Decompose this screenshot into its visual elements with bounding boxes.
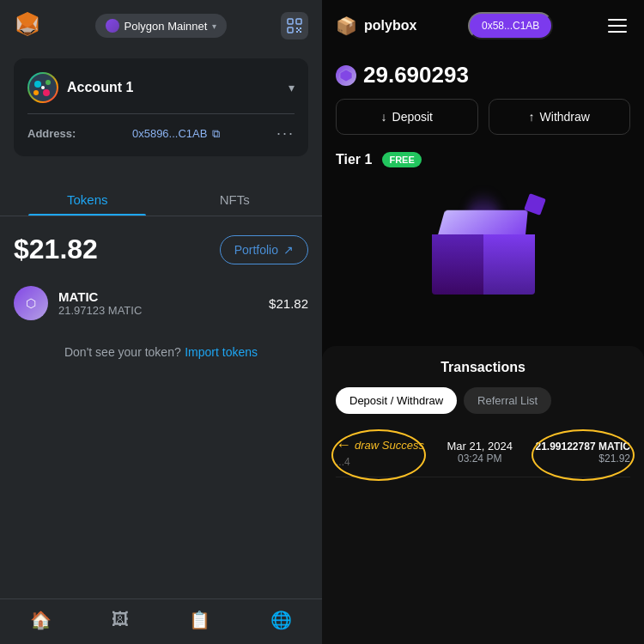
tx-status: draw Success (355, 439, 424, 452)
tx-left: ← draw Success ...4 (336, 436, 424, 468)
balance-section: $21.82 Portfolio ↗ (0, 216, 322, 276)
avatar (27, 72, 58, 103)
tx-time: 03:24 PM (458, 453, 501, 465)
hamburger-menu-icon[interactable] (605, 15, 630, 36)
transactions-title: Transactions (336, 360, 630, 375)
mm-tabs: Tokens NFTs (0, 170, 322, 216)
pb-action-row: ↓ Deposit ↑ Withdraw (322, 99, 644, 145)
token-item[interactable]: ⬡ MATIC 21.97123 MATIC $21.82 (0, 276, 322, 331)
account-card: Account 1 ▾ Address: 0x5896...C1AB ⧉ ··· (14, 58, 308, 156)
nav-activity[interactable]: 📋 (189, 610, 210, 630)
cube-left-face (432, 234, 483, 295)
cube-right-face (483, 234, 535, 295)
network-name: Polygon Mainnet (125, 20, 208, 33)
network-selector[interactable]: Polygon Mainnet ▾ (95, 14, 228, 38)
network-dot (106, 19, 119, 33)
svg-rect-14 (288, 19, 293, 24)
pb-balance-area: 29.690293 (322, 52, 644, 99)
metamask-logo[interactable] (14, 10, 41, 41)
svg-rect-20 (296, 31, 298, 33)
tx-right: 21.99122787 MATIC $21.92 (535, 440, 630, 465)
nav-wallet[interactable]: 🏠 (30, 610, 52, 630)
tab-tokens[interactable]: Tokens (14, 184, 161, 216)
pb-logo-icon: 📦 (336, 15, 357, 36)
pb-matic-icon (336, 65, 356, 86)
portfolio-button[interactable]: Portfolio ↗ (220, 235, 308, 264)
tx-id: ...4 (336, 456, 424, 468)
deposit-button[interactable]: ↓ Deposit (336, 99, 478, 135)
3d-visual (415, 191, 552, 329)
tier-label: Tier 1 (336, 152, 372, 167)
tx-usd: $21.92 (598, 453, 630, 465)
tab-referral-list[interactable]: Referral List (464, 387, 551, 414)
more-options-icon[interactable]: ··· (276, 125, 295, 143)
account-divider (27, 113, 295, 114)
nav-nfts[interactable]: 🖼 (112, 610, 129, 630)
import-tokens-link[interactable]: Import tokens (185, 345, 258, 359)
svg-point-27 (41, 86, 45, 89)
token-name: MATIC (58, 289, 142, 304)
pb-logo: 📦 polybox (336, 15, 416, 36)
address-text: 0x5896...C1AB (132, 127, 207, 140)
withdraw-icon: ↑ (529, 110, 535, 124)
metamask-panel: Polygon Mainnet ▾ (0, 0, 322, 644)
tx-direction-icon: ← (336, 436, 351, 454)
nfts-icon: 🖼 (112, 610, 129, 629)
svg-rect-18 (296, 27, 298, 29)
scan-icon[interactable] (281, 12, 308, 39)
menu-line (608, 31, 627, 33)
deposit-icon: ↓ (381, 110, 387, 124)
token-info: MATIC 21.97123 MATIC (58, 289, 142, 317)
token-value: $21.82 (269, 296, 308, 311)
import-token-text: Don't see your token? (64, 345, 181, 359)
menu-line (608, 19, 627, 21)
pb-address-pill[interactable]: 0x58...C1AB (468, 12, 553, 39)
withdraw-button[interactable]: ↑ Withdraw (489, 99, 631, 135)
account-name: Account 1 (67, 80, 133, 95)
browser-icon: 🌐 (270, 610, 292, 630)
account-header: Account 1 ▾ (27, 72, 295, 103)
address-value: 0x5896...C1AB ⧉ (132, 127, 220, 141)
svg-rect-15 (296, 19, 301, 24)
account-chevron-icon[interactable]: ▾ (289, 81, 295, 94)
total-balance: $21.82 (14, 234, 98, 265)
account-left: Account 1 (27, 72, 133, 103)
svg-text:⬡: ⬡ (26, 296, 36, 310)
svg-rect-19 (300, 27, 301, 29)
mm-bottom-nav: 🏠 🖼 📋 🌐 (0, 598, 322, 644)
token-left: ⬡ MATIC 21.97123 MATIC (14, 286, 142, 320)
matic-icon: ⬡ (14, 286, 48, 320)
svg-point-23 (34, 81, 41, 88)
token-amount: 21.97123 MATIC (58, 304, 142, 317)
pb-header: 📦 polybox 0x58...C1AB (322, 0, 644, 52)
address-label: Address: (27, 127, 76, 140)
free-badge: FREE (382, 152, 421, 167)
external-link-icon: ↗ (283, 243, 294, 257)
tx-date: Mar 21, 2024 (447, 440, 513, 453)
pb-tier-row: Tier 1 FREE (322, 145, 644, 174)
import-token-row: Don't see your token? Import tokens (0, 331, 322, 374)
mm-topbar: Polygon Mainnet ▾ (0, 0, 322, 52)
svg-marker-13 (24, 33, 31, 36)
svg-rect-17 (298, 29, 300, 31)
transaction-row: ← draw Success ...4 Mar 21, 2024 03:24 P… (336, 428, 630, 477)
svg-point-26 (43, 89, 50, 96)
wallet-icon: 🏠 (30, 610, 52, 630)
tab-deposit-withdraw[interactable]: Deposit / Withdraw (336, 387, 457, 414)
svg-rect-21 (300, 31, 301, 33)
pb-tx-tabs: Deposit / Withdraw Referral List (336, 387, 630, 414)
tab-nfts[interactable]: NFTs (161, 184, 309, 216)
nav-browser[interactable]: 🌐 (270, 610, 292, 630)
pb-transactions: Transactions Deposit / Withdraw Referral… (322, 346, 644, 644)
chevron-down-icon: ▾ (212, 21, 216, 31)
polybox-panel: 📦 polybox 0x58...C1AB 29.690293 ↓ Deposi… (322, 0, 644, 644)
svg-rect-16 (288, 27, 293, 33)
pb-visual-area (322, 174, 644, 346)
svg-point-25 (33, 90, 39, 95)
activity-icon: 📋 (189, 610, 210, 630)
pb-balance-row: 29.690293 (336, 62, 630, 88)
copy-icon[interactable]: ⧉ (212, 127, 220, 141)
tx-middle: Mar 21, 2024 03:24 PM (447, 440, 513, 465)
pb-balance-value: 29.690293 (363, 62, 469, 88)
menu-line (608, 25, 627, 27)
